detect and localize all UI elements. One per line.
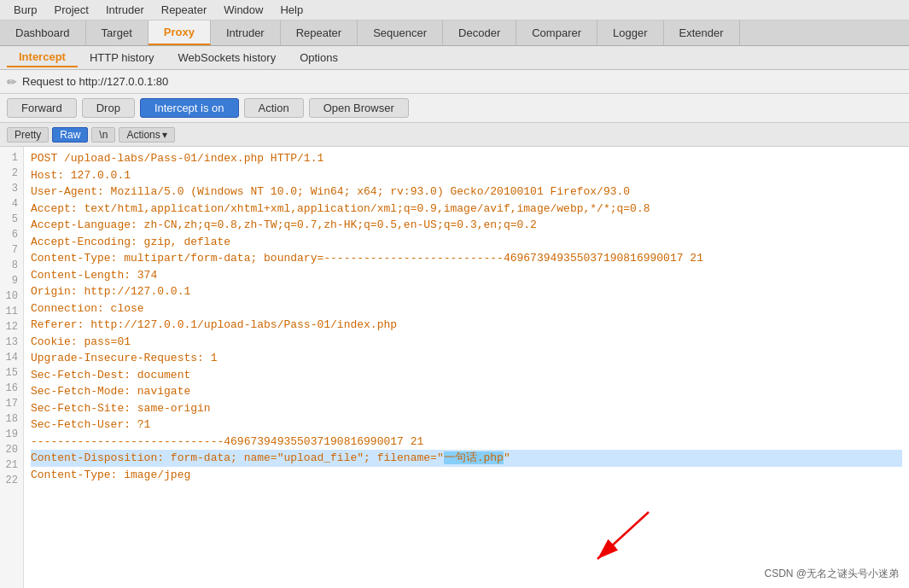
raw-button[interactable]: Raw <box>52 127 88 143</box>
menu-intruder[interactable]: Intruder <box>97 2 153 18</box>
code-line: Accept-Encoding: gzip, deflate <box>31 234 902 251</box>
code-line: Content-Disposition: form-data; name="up… <box>31 450 902 467</box>
code-line: Content-Type: multipart/form-data; bound… <box>31 250 902 267</box>
sub-tab-bar: Intercept HTTP history WebSockets histor… <box>0 46 909 70</box>
code-line: Referer: http://127.0.0.1/upload-labs/Pa… <box>31 317 902 334</box>
main-tab-bar: Dashboard Target Proxy Intruder Repeater… <box>0 20 909 46</box>
code-line: Content-Length: 374 <box>31 267 902 284</box>
menu-repeater[interactable]: Repeater <box>153 2 215 18</box>
code-line: Origin: http://127.0.0.1 <box>31 283 902 300</box>
code-line: Sec-Fetch-Site: same-origin <box>31 400 902 417</box>
tab-repeater[interactable]: Repeater <box>281 20 358 45</box>
code-line: Accept-Language: zh-CN,zh;q=0.8,zh-TW;q=… <box>31 217 902 234</box>
tab-dashboard[interactable]: Dashboard <box>0 20 86 45</box>
subtab-intercept[interactable]: Intercept <box>7 48 78 67</box>
line-numbers: 12345678910111213141516171819202122 <box>0 147 24 588</box>
tab-proxy[interactable]: Proxy <box>149 20 211 45</box>
menu-burp[interactable]: Burp <box>5 2 45 18</box>
tab-extender[interactable]: Extender <box>664 20 740 45</box>
tab-logger[interactable]: Logger <box>597 20 663 45</box>
code-line: Connection: close <box>31 300 902 317</box>
actions-dropdown-label: Actions <box>126 129 160 141</box>
code-area[interactable]: 12345678910111213141516171819202122 POST… <box>0 147 909 588</box>
subtab-http-history[interactable]: HTTP history <box>78 49 166 67</box>
action-bar: Forward Drop Intercept is on Action Open… <box>0 94 909 123</box>
tab-decoder[interactable]: Decoder <box>443 20 516 45</box>
code-line: Upgrade-Insecure-Requests: 1 <box>31 350 902 367</box>
code-content[interactable]: POST /upload-labs/Pass-01/index.php HTTP… <box>24 147 909 588</box>
subtab-websockets-history[interactable]: WebSockets history <box>166 49 288 67</box>
forward-button[interactable]: Forward <box>7 98 77 118</box>
menu-bar: Burp Project Intruder Repeater Window He… <box>0 0 909 20</box>
menu-window[interactable]: Window <box>215 2 271 18</box>
newline-button[interactable]: \n <box>91 127 115 143</box>
code-line: User-Agent: Mozilla/5.0 (Windows NT 10.0… <box>31 183 902 201</box>
code-line: Content-Type: image/jpeg <box>31 467 902 484</box>
tab-target[interactable]: Target <box>86 20 149 45</box>
code-line: POST /upload-labs/Pass-01/index.php HTTP… <box>31 150 902 167</box>
intercept-button[interactable]: Intercept is on <box>140 98 239 118</box>
tab-sequencer[interactable]: Sequencer <box>358 20 443 45</box>
code-line: Accept: text/html,application/xhtml+xml,… <box>31 201 902 218</box>
chevron-down-icon: ▾ <box>162 129 167 141</box>
menu-help[interactable]: Help <box>271 2 312 18</box>
code-line: Sec-Fetch-Dest: document <box>31 367 902 384</box>
action-button[interactable]: Action <box>244 98 304 118</box>
tab-comparer[interactable]: Comparer <box>516 20 597 45</box>
watermark: CSDN @无名之谜头号小迷弟 <box>764 567 899 581</box>
drop-button[interactable]: Drop <box>82 98 135 118</box>
code-line: Host: 127.0.0.1 <box>31 167 902 184</box>
code-line: Cookie: pass=01 <box>31 334 902 351</box>
pretty-button[interactable]: Pretty <box>7 127 49 143</box>
subtab-options[interactable]: Options <box>288 49 350 67</box>
open-browser-button[interactable]: Open Browser <box>309 98 409 118</box>
tab-intruder[interactable]: Intruder <box>211 20 281 45</box>
code-line: Sec-Fetch-Mode: navigate <box>31 383 902 400</box>
pencil-icon: ✏ <box>7 75 17 89</box>
editor-toolbar: Pretty Raw \n Actions ▾ <box>0 123 909 147</box>
code-line: -----------------------------46967394935… <box>31 434 902 451</box>
actions-dropdown[interactable]: Actions ▾ <box>119 127 174 143</box>
menu-project[interactable]: Project <box>45 2 96 18</box>
request-bar: ✏ Request to http://127.0.0.1:80 <box>0 70 909 94</box>
code-line: Sec-Fetch-User: ?1 <box>31 416 902 434</box>
request-url: Request to http://127.0.0.1:80 <box>22 75 168 88</box>
